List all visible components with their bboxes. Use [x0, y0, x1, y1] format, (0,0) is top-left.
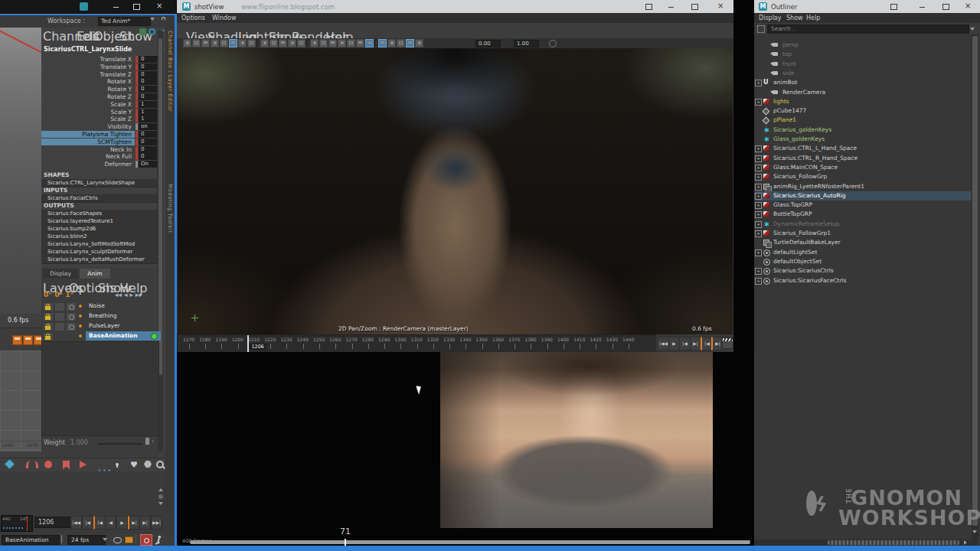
video-scrubber[interactable] [190, 540, 750, 544]
channel-attr-label[interactable]: Deformer [41, 161, 135, 168]
layer-list-empty-area[interactable] [41, 341, 159, 436]
current-time-marker[interactable] [247, 335, 249, 352]
outliner-item[interactable]: RenderCamera [754, 88, 971, 97]
outliner-item[interactable]: +Sicarius:CTRL_L_Hand_Space [754, 144, 971, 153]
dock-icon[interactable] [890, 4, 897, 10]
anim-layer-field[interactable]: BaseAnimation [2, 535, 60, 545]
playback-button[interactable]: ▶▶| [151, 516, 162, 530]
outliner-item[interactable]: +Glass:MainCON_Space [754, 163, 971, 172]
outliner-item[interactable]: +Sicarius_FollowGrp [754, 172, 971, 181]
outliner-item[interactable]: pPlane1 [754, 116, 971, 125]
auto-keyframe-button[interactable] [140, 534, 152, 546]
display-menu[interactable]: Display [759, 15, 782, 21]
layer-ghost-cell[interactable] [66, 302, 77, 311]
playback-button[interactable]: |◀ [93, 516, 106, 530]
playback-button[interactable]: ▶| [690, 337, 701, 350]
maximize-icon[interactable] [942, 4, 949, 10]
anim-layer-row[interactable]: Noise [41, 302, 158, 311]
minimize-icon[interactable] [920, 7, 925, 8]
scroll-up-icon[interactable] [158, 488, 163, 491]
channel-attr-label[interactable]: Scale Y [41, 109, 135, 116]
help-menu[interactable]: Help [806, 15, 820, 21]
section-item[interactable]: Sicarius:Larynx_deltaMushDeformer [41, 256, 161, 264]
expand-icon[interactable]: + [755, 174, 762, 181]
viewport-toolbar-icon[interactable] [378, 39, 387, 47]
options-menu[interactable]: Options [181, 15, 205, 21]
layer-lock-cell[interactable] [43, 312, 54, 321]
outliner-item[interactable]: TurtleDefaultBakeLayer [754, 238, 971, 247]
anim-layer-row[interactable]: Breathing [41, 311, 158, 321]
outliner-item[interactable]: defaultObjectSet [754, 257, 971, 266]
expand-icon[interactable]: + [755, 230, 762, 237]
range-mini-timeline[interactable]: 440 145 [1, 515, 33, 532]
scroll-down-icon[interactable] [158, 502, 163, 505]
viewport-toolbar-icon[interactable] [365, 39, 374, 47]
layer-lock-cell[interactable] [43, 322, 54, 331]
weight-slider[interactable] [98, 443, 142, 445]
outliner-item[interactable]: +lights [754, 97, 971, 106]
tab-modeling-toolkit[interactable]: Modeling Toolkit [167, 184, 173, 233]
outliner-item[interactable]: +∗DynamicReframeSetup [754, 220, 971, 229]
viewport-toolbar-icon[interactable] [270, 39, 278, 47]
viewport-toolbar-icon[interactable] [279, 39, 287, 47]
outliner-item[interactable]: persp [754, 41, 971, 50]
shelf-button-icon[interactable] [12, 335, 22, 345]
range-current-marker[interactable] [27, 516, 28, 531]
toolbar-value-field[interactable]: 1.00 [514, 40, 539, 47]
search-input[interactable]: Search . [767, 24, 969, 34]
outliner-item[interactable]: side [754, 69, 971, 78]
expand-icon[interactable]: + [755, 165, 762, 171]
outliner-item[interactable]: +animRig_LyetteRNfosterParent1 [754, 182, 971, 191]
viewport-toolbar-icon[interactable] [415, 39, 423, 47]
expand-icon[interactable]: + [755, 193, 762, 200]
channel-attr-label[interactable]: Platysma Tighten [41, 131, 135, 138]
tweezers-icon[interactable] [26, 461, 38, 468]
expand-icon[interactable]: + [755, 202, 762, 209]
viewport-toolbar-icon[interactable] [347, 39, 355, 47]
playback-button[interactable]: |◀◀ [658, 337, 669, 350]
expand-icon[interactable]: + [755, 249, 762, 256]
viewport-toolbar-icon[interactable] [338, 39, 346, 47]
layer-mute-cell[interactable] [54, 302, 65, 311]
expand-icon[interactable]: + [755, 184, 762, 191]
polygon-icon[interactable] [144, 461, 152, 468]
workspace-dropdown[interactable]: Ted Anim* [98, 17, 151, 26]
display-transform-icon[interactable] [139, 28, 146, 35]
viewport-toolbar-icon[interactable] [310, 39, 318, 47]
weight-value[interactable]: 1.000 [70, 439, 88, 446]
layer-lock-cell[interactable] [43, 302, 54, 311]
playback-button[interactable]: ▶| [128, 516, 140, 530]
chevron-down-icon[interactable] [970, 28, 975, 31]
layer-lock-cell[interactable] [43, 332, 54, 341]
anim-layer-row[interactable]: BaseAnimation [41, 331, 158, 341]
viewport-toolbar-icon[interactable] [406, 39, 414, 47]
layer-name[interactable]: Noise [86, 302, 161, 311]
anim-diamond-icon[interactable] [5, 459, 15, 469]
shelf-button-icon[interactable] [23, 335, 33, 345]
graph-editor-sliver[interactable]: 1450 1470 [0, 350, 41, 452]
viewport-toolbar-icon[interactable] [220, 39, 228, 47]
fps-dropdown[interactable]: 24 fps [67, 535, 106, 545]
playback-button[interactable]: |◀ [679, 337, 691, 350]
viewport-toolbar-icon[interactable] [247, 39, 256, 47]
channel-attr-label[interactable]: Neck Full [41, 153, 135, 160]
toolbar-value-field[interactable]: 0.00 [475, 40, 501, 47]
chevron-down-icon[interactable] [150, 18, 155, 21]
manipulator-icon[interactable] [149, 28, 155, 35]
channel-attr-label[interactable]: Rotate Y [41, 86, 135, 93]
expand-icon[interactable]: + [755, 99, 762, 106]
chevron-down-icon[interactable] [103, 538, 107, 541]
viewport-toolbar-icon[interactable] [319, 39, 328, 47]
expand-icon[interactable]: + [755, 155, 762, 162]
outliner-item[interactable]: pCube1477 [754, 106, 971, 116]
outliner-item[interactable]: +Sicarius:Sicarius_AutoRig [754, 191, 971, 201]
outliner-vscrollbar[interactable] [972, 34, 978, 540]
viewport-toolbar-icon[interactable] [183, 39, 191, 47]
channel-attr-label[interactable]: Rotate X [41, 78, 135, 85]
selected-object-name[interactable]: SicariusCTRL_LarynxSlide [44, 46, 132, 53]
expand-icon[interactable]: + [755, 145, 762, 152]
bookmark-icon[interactable] [63, 461, 70, 469]
minimize-icon[interactable] [668, 7, 674, 8]
outliner-item[interactable]: +Glass:TopGRP [754, 201, 971, 210]
scrubber-position-marker[interactable] [345, 539, 346, 546]
